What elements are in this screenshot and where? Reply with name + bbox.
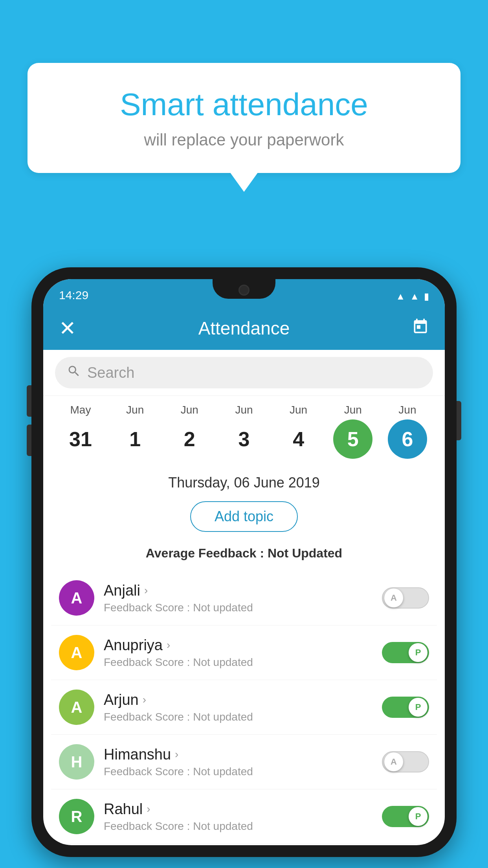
chevron-icon-4: › xyxy=(147,803,150,815)
attendance-toggle-2[interactable]: P xyxy=(382,697,429,718)
date-col-6[interactable]: Jun6 xyxy=(382,404,433,459)
attendance-toggle-3[interactable]: A xyxy=(382,751,429,772)
avatar-2: A xyxy=(59,690,94,725)
student-info-4: Rahul ›Feedback Score : Not updated xyxy=(104,801,372,833)
phone-screen: 14:29 ▲ ▲ ▮ ✕ Attendance xyxy=(43,279,445,845)
student-item-3[interactable]: HHimanshu ›Feedback Score : Not updatedA xyxy=(51,735,437,789)
day-number-6[interactable]: 6 xyxy=(388,419,427,459)
volume-down-button xyxy=(27,425,31,456)
student-name-3: Himanshu › xyxy=(104,746,372,763)
student-item-1[interactable]: AAnupriya ›Feedback Score : Not updatedP xyxy=(51,625,437,680)
chevron-icon-2: › xyxy=(143,693,146,706)
date-col-3[interactable]: Jun3 xyxy=(218,404,270,459)
signal-icon: ▲ xyxy=(410,291,419,302)
power-button xyxy=(457,401,461,440)
search-container: Search xyxy=(43,350,445,396)
month-label-1: Jun xyxy=(126,404,144,416)
close-button[interactable]: ✕ xyxy=(59,318,76,338)
speech-bubble-subtitle: will replace your paperwork xyxy=(59,131,429,149)
student-score-0: Feedback Score : Not updated xyxy=(104,601,372,614)
speech-bubble-title: Smart attendance xyxy=(59,86,429,123)
battery-icon: ▮ xyxy=(424,291,429,302)
avatar-4: R xyxy=(59,799,94,834)
student-name-0: Anjali › xyxy=(104,582,372,599)
student-info-0: Anjali ›Feedback Score : Not updated xyxy=(104,582,372,614)
phone-frame: 14:29 ▲ ▲ ▮ ✕ Attendance xyxy=(31,267,457,857)
student-score-1: Feedback Score : Not updated xyxy=(104,656,372,669)
student-score-4: Feedback Score : Not updated xyxy=(104,820,372,833)
month-label-5: Jun xyxy=(344,404,362,416)
day-number-2[interactable]: 2 xyxy=(170,419,209,459)
student-name-1: Anupriya › xyxy=(104,637,372,654)
attendance-toggle-1[interactable]: P xyxy=(382,642,429,663)
avatar-0: A xyxy=(59,580,94,616)
day-number-1[interactable]: 1 xyxy=(116,419,155,459)
day-number-0[interactable]: 31 xyxy=(61,419,100,459)
status-time: 14:29 xyxy=(59,289,88,302)
date-info-section: Thursday, 06 June 2019 Add topic Average… xyxy=(43,467,445,571)
date-col-2[interactable]: Jun2 xyxy=(164,404,215,459)
student-name-2: Arjun › xyxy=(104,691,372,708)
chevron-icon-0: › xyxy=(144,584,148,597)
volume-up-button xyxy=(27,385,31,417)
score-value-0: Not updated xyxy=(193,601,253,614)
selected-date-full: Thursday, 06 June 2019 xyxy=(55,474,433,491)
avg-feedback-value: Not Updated xyxy=(268,546,342,560)
attendance-toggle-4[interactable]: P xyxy=(382,806,429,827)
student-item-0[interactable]: AAnjali ›Feedback Score : Not updatedA xyxy=(51,571,437,625)
status-icons: ▲ ▲ ▮ xyxy=(396,291,429,302)
speech-bubble: Smart attendance will replace your paper… xyxy=(28,63,460,173)
date-col-5[interactable]: Jun5 xyxy=(327,404,378,459)
month-label-2: Jun xyxy=(181,404,198,416)
student-info-3: Himanshu ›Feedback Score : Not updated xyxy=(104,746,372,778)
date-col-0[interactable]: May31 xyxy=(55,404,106,459)
student-item-4[interactable]: RRahul ›Feedback Score : Not updatedP xyxy=(51,789,437,844)
app-bar: ✕ Attendance xyxy=(43,307,445,350)
chevron-icon-3: › xyxy=(175,748,178,761)
date-col-4[interactable]: Jun4 xyxy=(273,404,324,459)
search-icon xyxy=(67,364,81,382)
chevron-icon-1: › xyxy=(167,639,170,651)
toggle-knob-1: P xyxy=(409,643,427,662)
month-label-6: Jun xyxy=(398,404,416,416)
avatar-3: H xyxy=(59,744,94,780)
toggle-knob-0: A xyxy=(384,588,403,607)
wifi-icon: ▲ xyxy=(396,291,405,302)
toggle-knob-2: P xyxy=(409,698,427,717)
student-info-1: Anupriya ›Feedback Score : Not updated xyxy=(104,637,372,669)
speech-bubble-container: Smart attendance will replace your paper… xyxy=(28,63,460,173)
student-info-2: Arjun ›Feedback Score : Not updated xyxy=(104,691,372,723)
toggle-knob-4: P xyxy=(409,807,427,826)
toggle-knob-3: A xyxy=(384,752,403,771)
day-number-3[interactable]: 3 xyxy=(224,419,264,459)
student-list: AAnjali ›Feedback Score : Not updatedAAA… xyxy=(43,571,445,844)
month-label-0: May xyxy=(70,404,91,416)
calendar-dates-row: May31Jun1Jun2Jun3Jun4Jun5Jun6 xyxy=(43,396,445,467)
phone-notch xyxy=(213,279,275,299)
search-placeholder: Search xyxy=(87,364,134,381)
calendar-icon[interactable] xyxy=(412,318,429,339)
student-score-2: Feedback Score : Not updated xyxy=(104,711,372,723)
avatar-1: A xyxy=(59,635,94,670)
avg-feedback: Average Feedback : Not Updated xyxy=(55,542,433,565)
app-bar-title: Attendance xyxy=(92,318,396,339)
student-score-3: Feedback Score : Not updated xyxy=(104,765,372,778)
student-item-2[interactable]: AArjun ›Feedback Score : Not updatedP xyxy=(51,680,437,735)
attendance-toggle-0[interactable]: A xyxy=(382,587,429,609)
month-label-3: Jun xyxy=(235,404,253,416)
day-number-5[interactable]: 5 xyxy=(333,419,372,459)
score-value-2: Not updated xyxy=(193,711,253,723)
front-camera xyxy=(238,285,250,296)
score-value-1: Not updated xyxy=(193,656,253,668)
search-bar[interactable]: Search xyxy=(55,357,433,388)
score-value-3: Not updated xyxy=(193,765,253,778)
month-label-4: Jun xyxy=(290,404,307,416)
student-name-4: Rahul › xyxy=(104,801,372,818)
score-value-4: Not updated xyxy=(193,820,253,832)
day-number-4[interactable]: 4 xyxy=(279,419,318,459)
date-col-1[interactable]: Jun1 xyxy=(110,404,161,459)
avg-feedback-label: Average Feedback : xyxy=(146,546,264,560)
add-topic-button[interactable]: Add topic xyxy=(190,501,298,532)
